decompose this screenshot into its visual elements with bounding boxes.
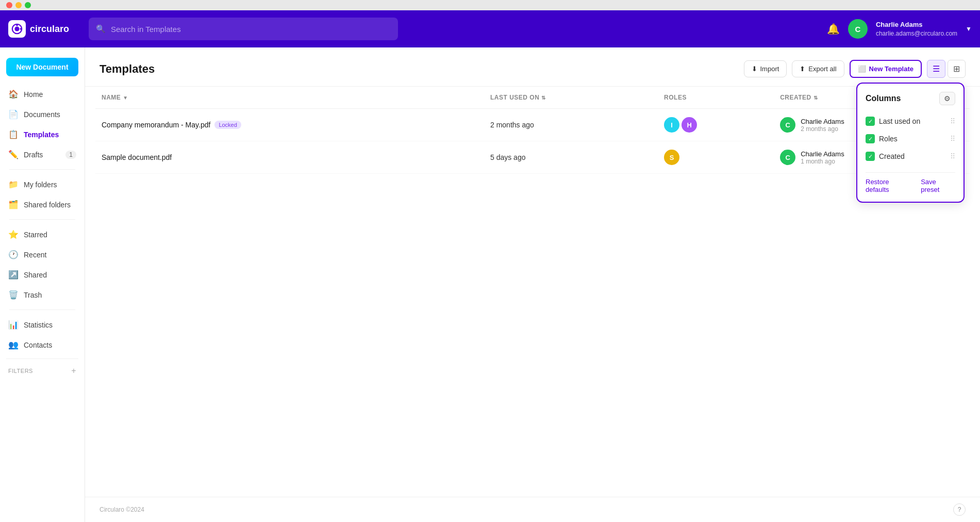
- role-avatar: I: [664, 117, 679, 133]
- table-row[interactable]: Sample document.pdf 5 days agoS C Charli…: [95, 141, 970, 174]
- creator-avatar: C: [780, 117, 795, 133]
- role-avatars: S: [664, 150, 768, 165]
- file-name-text: Company memorandum - May.pdf: [102, 121, 210, 129]
- creator-avatar: C: [780, 150, 795, 165]
- sidebar-label-starred: Starred: [24, 231, 47, 239]
- import-button[interactable]: ⬇ Import: [744, 60, 787, 77]
- shared-folders-icon: 🗂️: [8, 200, 19, 209]
- file-name-text: Sample document.pdf: [102, 153, 172, 161]
- logo-icon: [8, 20, 26, 38]
- contacts-icon: 👥: [8, 340, 19, 350]
- sidebar-item-templates[interactable]: 📋 Templates: [3, 125, 81, 144]
- search-bar[interactable]: 🔍: [89, 18, 398, 40]
- sidebar-item-contacts[interactable]: 👥 Contacts: [3, 335, 81, 354]
- import-label: Import: [760, 65, 779, 73]
- columns-panel: Columns ⚙ ✓ Last used on ⠿ ✓ Roles ⠿ ✓ C…: [856, 83, 965, 203]
- sidebar-label-shared: Shared: [24, 271, 47, 279]
- page-title: Templates: [99, 62, 155, 76]
- grid-view-button[interactable]: ⊞: [948, 60, 966, 78]
- svg-point-1: [14, 26, 19, 31]
- copyright-text: Circularo ©2024: [99, 506, 144, 513]
- name-sort-icon: ▼: [123, 95, 128, 101]
- restore-defaults-link[interactable]: Restore defaults: [866, 178, 912, 193]
- sidebar-item-shared[interactable]: ↗️ Shared: [3, 265, 81, 284]
- col-header-last-used[interactable]: LAST USED ON ⇅: [484, 87, 658, 109]
- sidebar-item-statistics[interactable]: 📊 Statistics: [3, 315, 81, 334]
- column-item[interactable]: ✓ Last used on ⠿: [866, 112, 955, 130]
- sidebar-divider-4: [6, 358, 78, 359]
- sidebar-item-recent[interactable]: 🕐 Recent: [3, 245, 81, 264]
- drag-handle-icon[interactable]: ⠿: [950, 117, 955, 125]
- role-avatars: IH: [664, 117, 768, 133]
- cell-name: Company memorandum - May.pdf Locked: [95, 109, 484, 141]
- new-document-button[interactable]: New Document: [6, 58, 78, 76]
- sidebar-label-recent: Recent: [24, 251, 46, 259]
- logo: circularo: [8, 20, 80, 38]
- sidebar-item-drafts[interactable]: ✏️ Drafts 1: [3, 145, 81, 164]
- drag-handle-icon[interactable]: ⠿: [950, 152, 955, 160]
- sidebar-label-drafts: Drafts: [24, 151, 43, 159]
- add-filter-button[interactable]: +: [71, 366, 76, 376]
- help-button[interactable]: ?: [953, 503, 966, 516]
- column-label: Roles: [879, 135, 898, 143]
- cell-last-used: 2 months ago: [484, 109, 658, 141]
- sidebar-item-starred[interactable]: ⭐ Starred: [3, 225, 81, 244]
- sidebar-item-home[interactable]: 🏠 Home: [3, 85, 81, 104]
- column-checkbox[interactable]: ✓: [866, 117, 875, 126]
- sidebar-divider-3: [9, 309, 75, 310]
- statistics-icon: 📊: [8, 320, 19, 330]
- new-template-button[interactable]: ⬜ New Template: [850, 60, 922, 78]
- drafts-badge: 1: [65, 151, 76, 159]
- page-footer: Circularo ©2024 ?: [85, 497, 980, 522]
- creator-name: Charlie Adams: [801, 150, 844, 158]
- list-view-button[interactable]: ☰: [927, 60, 945, 78]
- sidebar-label-templates: Templates: [24, 130, 59, 139]
- col-header-roles[interactable]: ROLES: [658, 87, 774, 109]
- filters-section: FILTERS +: [0, 363, 85, 377]
- sidebar-item-my-folders[interactable]: 📁 My folders: [3, 175, 81, 194]
- search-input[interactable]: [111, 25, 391, 34]
- main-layout: New Document 🏠 Home 📄 Documents 📋 Templa…: [0, 47, 980, 522]
- recent-icon: 🕐: [8, 250, 19, 259]
- cell-roles: S: [658, 141, 774, 174]
- last-used-sort-icon: ⇅: [541, 95, 546, 101]
- column-label: Last used on: [879, 117, 920, 125]
- shared-icon: ↗️: [8, 270, 19, 280]
- col-header-name[interactable]: NAME ▼: [95, 87, 484, 109]
- table-header-row: NAME ▼ LAST USED ON ⇅ RO: [95, 87, 970, 109]
- column-checkbox[interactable]: ✓: [866, 134, 875, 143]
- header-actions: ⬇ Import ⬆ Export all ⬜ New Template ☰ ⊞: [744, 60, 966, 78]
- columns-settings-button[interactable]: ⚙: [939, 92, 955, 105]
- sidebar-label-contacts: Contacts: [24, 341, 52, 349]
- role-avatar: H: [682, 117, 697, 133]
- user-avatar[interactable]: C: [848, 19, 868, 39]
- user-info[interactable]: Charlie Adams charlie.adams@circularo.co…: [876, 20, 957, 38]
- sidebar-item-documents[interactable]: 📄 Documents: [3, 105, 81, 124]
- column-item[interactable]: ✓ Created ⠿: [866, 148, 955, 165]
- role-avatar: S: [664, 150, 679, 165]
- templates-icon: 📋: [8, 129, 19, 139]
- created-ago: 2 months ago: [801, 125, 844, 133]
- columns-panel-title: Columns: [866, 94, 901, 103]
- sidebar-item-shared-folders[interactable]: 🗂️ Shared folders: [3, 195, 81, 214]
- logo-text: circularo: [30, 24, 69, 35]
- drag-handle-icon[interactable]: ⠿: [950, 135, 955, 143]
- table-row[interactable]: Company memorandum - May.pdf Locked 2 mo…: [95, 109, 970, 141]
- column-item-left: ✓ Last used on: [866, 117, 920, 126]
- user-email: charlie.adams@circularo.com: [876, 29, 957, 38]
- cell-name: Sample document.pdf: [95, 141, 484, 174]
- notification-bell-icon[interactable]: 🔔: [827, 23, 840, 35]
- documents-icon: 📄: [8, 109, 19, 119]
- save-preset-link[interactable]: Save preset: [921, 178, 955, 193]
- trash-icon: 🗑️: [8, 290, 19, 300]
- drafts-icon: ✏️: [8, 150, 19, 159]
- sidebar-item-trash[interactable]: 🗑️ Trash: [3, 285, 81, 304]
- column-item[interactable]: ✓ Roles ⠿: [866, 130, 955, 148]
- table-container: NAME ▼ LAST USED ON ⇅ RO: [85, 87, 980, 497]
- content-header: Templates ⬇ Import ⬆ Export all ⬜ New Te…: [85, 47, 980, 87]
- column-checkbox[interactable]: ✓: [866, 152, 875, 161]
- import-icon: ⬇: [752, 65, 757, 73]
- export-all-button[interactable]: ⬆ Export all: [792, 60, 844, 77]
- column-item-left: ✓ Roles: [866, 134, 898, 143]
- user-dropdown-icon[interactable]: ▼: [966, 25, 972, 32]
